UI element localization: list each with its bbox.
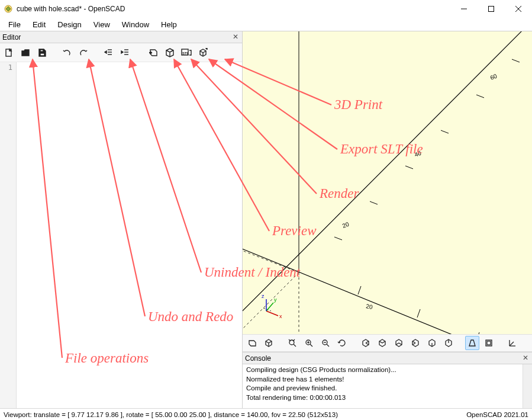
console-body[interactable]: Compiling design (CSG Products normaliza… xyxy=(243,364,532,408)
view-back-button[interactable] xyxy=(441,336,456,350)
close-button[interactable] xyxy=(505,0,532,18)
menubar: File Edit Design View Window Help xyxy=(0,18,532,31)
titlebar: cube with hole.scad* - OpenSCAD xyxy=(0,0,532,18)
menu-edit[interactable]: Edit xyxy=(27,19,51,30)
svg-line-43 xyxy=(310,344,312,347)
viewport-3d[interactable]: 20 40 60 20 40 x y z xyxy=(243,31,532,334)
orthographic-button[interactable] xyxy=(482,336,496,350)
svg-line-22 xyxy=(358,286,361,294)
console-title: Console xyxy=(245,354,271,363)
svg-line-17 xyxy=(243,31,532,334)
svg-text:y: y xyxy=(274,297,277,303)
svg-line-20 xyxy=(243,272,299,334)
svg-line-23 xyxy=(417,309,420,318)
console-pane: Console ✕ Compiling design (CSG Products… xyxy=(243,352,532,408)
zoom-fit-button[interactable] xyxy=(285,336,299,350)
svg-line-19 xyxy=(243,237,299,272)
svg-rect-50 xyxy=(487,341,491,345)
status-right: OpenSCAD 2021.01 xyxy=(466,411,528,418)
statusbar: Viewport: translate = [ 9.77 12.17 9.86 … xyxy=(0,408,532,420)
export-stl-button[interactable]: STL xyxy=(180,46,193,59)
view-left-button[interactable] xyxy=(408,336,423,350)
svg-line-30 xyxy=(512,59,520,62)
menu-file[interactable]: File xyxy=(2,19,27,30)
editor-toolbar: STL xyxy=(0,43,242,62)
render-button[interactable] xyxy=(163,46,176,59)
reset-view-button[interactable] xyxy=(335,336,349,350)
console-line: Compiling design (CSG Products normaliza… xyxy=(246,366,528,375)
maximize-button[interactable] xyxy=(478,0,505,18)
new-file-button[interactable] xyxy=(2,46,15,59)
view-front-button[interactable] xyxy=(425,336,439,350)
svg-rect-7 xyxy=(40,50,43,52)
tick-label: 40 xyxy=(414,150,423,158)
console-line: Total rendering time: 0:00:00.013 xyxy=(246,393,528,403)
svg-text:z: z xyxy=(262,293,265,299)
svg-line-53 xyxy=(510,342,514,346)
svg-rect-6 xyxy=(40,53,44,56)
preview-button[interactable] xyxy=(147,46,160,59)
editor-header: Editor ✕ xyxy=(0,31,242,43)
view-bottom-button[interactable] xyxy=(392,336,406,350)
svg-text:STL: STL xyxy=(182,52,189,55)
right-pane: 20 40 60 20 40 x y z xyxy=(243,31,532,408)
svg-line-24 xyxy=(476,332,479,334)
tick-label: 20 xyxy=(366,303,373,310)
svg-line-16 xyxy=(243,237,532,334)
svg-line-47 xyxy=(327,344,329,347)
console-scrollbar[interactable] xyxy=(523,364,532,408)
svg-line-26 xyxy=(370,201,378,204)
editor-body: 1 xyxy=(0,62,242,408)
svg-line-32 xyxy=(266,311,278,316)
editor-close-button[interactable]: ✕ xyxy=(231,33,240,41)
3d-print-button[interactable] xyxy=(196,46,209,59)
main-area: Editor ✕ STL 1 xyxy=(0,31,532,408)
menu-window[interactable]: Window xyxy=(116,19,155,30)
console-line: Compile and preview finished. xyxy=(246,384,528,393)
unindent-button[interactable] xyxy=(102,46,115,59)
menu-view[interactable]: View xyxy=(88,19,116,30)
render-view-button[interactable] xyxy=(262,336,276,350)
svg-line-25 xyxy=(334,237,342,240)
console-close-button[interactable]: ✕ xyxy=(521,354,530,362)
undo-button[interactable] xyxy=(60,46,73,59)
svg-line-28 xyxy=(441,130,449,133)
window-title: cube with hole.scad* - OpenSCAD xyxy=(17,5,125,13)
redo-button[interactable] xyxy=(77,46,90,59)
axes-toggle-button[interactable] xyxy=(505,336,520,350)
tick-label: 60 xyxy=(489,73,498,81)
view-toolbar xyxy=(243,334,532,352)
status-left: Viewport: translate = [ 9.77 12.17 9.86 … xyxy=(4,411,338,418)
menu-help[interactable]: Help xyxy=(155,19,183,30)
svg-rect-2 xyxy=(489,7,494,12)
perspective-button[interactable] xyxy=(465,336,479,350)
zoom-out-button[interactable] xyxy=(318,336,333,350)
save-file-button[interactable] xyxy=(36,46,49,59)
console-line: Normalized tree has 1 elements! xyxy=(246,375,528,384)
line-gutter: 1 xyxy=(0,62,17,408)
app-icon xyxy=(4,4,13,14)
console-header: Console ✕ xyxy=(243,352,532,364)
zoom-in-button[interactable] xyxy=(302,336,316,350)
svg-line-29 xyxy=(476,95,484,98)
window-buttons xyxy=(450,0,532,18)
svg-line-39 xyxy=(294,344,296,347)
menu-design[interactable]: Design xyxy=(51,19,87,30)
preview-view-button[interactable] xyxy=(245,336,259,350)
minimize-button[interactable] xyxy=(450,0,478,18)
open-file-button[interactable] xyxy=(19,46,32,59)
tick-label: 20 xyxy=(341,221,350,229)
editor-pane: Editor ✕ STL 1 xyxy=(0,31,243,408)
editor-title: Editor xyxy=(2,33,21,41)
svg-text:x: x xyxy=(279,313,282,319)
code-editor[interactable] xyxy=(17,62,242,408)
line-number: 1 xyxy=(8,63,12,72)
svg-line-27 xyxy=(405,166,413,169)
view-top-button[interactable] xyxy=(375,336,389,350)
view-right-button[interactable] xyxy=(359,336,373,350)
indent-button[interactable] xyxy=(118,46,131,59)
